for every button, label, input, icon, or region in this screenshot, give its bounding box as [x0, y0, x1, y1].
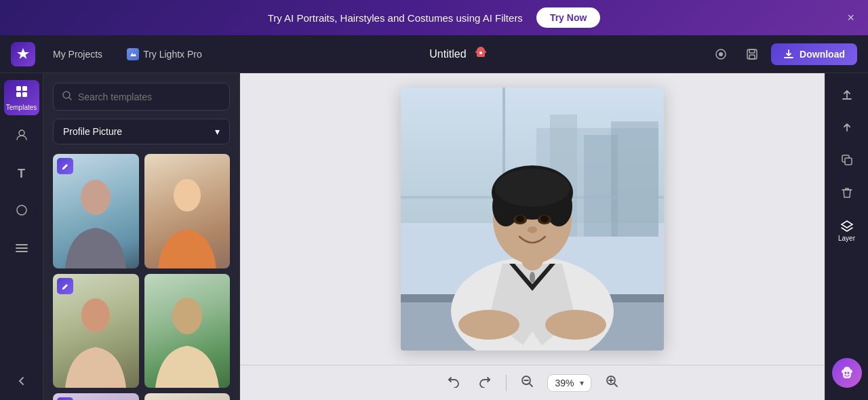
category-dropdown[interactable]: Profile Picture ▾ [53, 119, 230, 144]
undo-button[interactable] [441, 372, 465, 394]
svg-rect-3 [749, 49, 755, 53]
search-input[interactable] [78, 92, 221, 102]
header: My Projects Try Lightx Pro Untitled [0, 35, 868, 73]
svg-point-16 [81, 180, 111, 215]
redo-button[interactable] [473, 372, 498, 394]
media-icon [15, 127, 28, 144]
main-layout: Templates T [0, 73, 868, 400]
lines-icon [15, 243, 28, 257]
top-banner: Try AI Portraits, Hairstyles and Costume… [0, 0, 868, 35]
zoom-dropdown-arrow[interactable]: ▾ [580, 378, 584, 388]
right-upload-button[interactable] [832, 80, 862, 110]
svg-rect-8 [22, 92, 27, 97]
svg-rect-27 [611, 121, 658, 237]
dropdown-arrow-icon: ▾ [215, 126, 220, 137]
save-button[interactable] [740, 42, 764, 66]
svg-point-40 [495, 169, 570, 207]
templates-icon [15, 85, 28, 102]
sidebar-icons: Templates T [0, 73, 43, 400]
svg-line-15 [69, 98, 71, 100]
sidebar-item-lines[interactable] [4, 232, 39, 267]
template-item[interactable] [53, 274, 139, 388]
sidebar-item-shape[interactable] [4, 194, 39, 229]
svg-point-17 [174, 179, 201, 212]
template-item[interactable] [53, 154, 139, 268]
canvas-image [401, 87, 664, 351]
save-status-icon[interactable] [473, 45, 488, 63]
search-box[interactable] [53, 83, 230, 111]
templates-panel: Profile Picture ▾ [43, 73, 240, 400]
svg-point-18 [81, 298, 110, 332]
shape-icon [15, 203, 28, 220]
header-center: Untitled [220, 45, 698, 63]
template-item[interactable] [144, 154, 231, 268]
nav-my-projects[interactable]: My Projects [46, 45, 109, 64]
pro-icon [127, 48, 139, 60]
svg-line-51 [614, 384, 617, 386]
sidebar-item-text[interactable]: T [4, 156, 39, 191]
banner-text: Try AI Portraits, Hairstyles and Costume… [268, 12, 523, 24]
svg-line-48 [530, 384, 532, 386]
layer-label: Layer [838, 235, 855, 242]
svg-rect-4 [749, 55, 755, 59]
sidebar-collapse-button[interactable] [4, 369, 39, 393]
svg-point-10 [17, 205, 26, 215]
ai-brain-button[interactable] [832, 358, 862, 388]
document-title[interactable]: Untitled [429, 48, 466, 60]
bottom-toolbar: 39% ▾ [240, 365, 825, 400]
logo[interactable] [11, 42, 35, 66]
canvas-area[interactable]: 39% ▾ [240, 73, 825, 400]
try-lightx-pro-label: Try Lightx Pro [143, 49, 202, 60]
svg-point-43 [516, 216, 524, 222]
nav-try-lightx-pro[interactable]: Try Lightx Pro [120, 44, 209, 64]
svg-rect-54 [845, 158, 852, 165]
right-move-up-button[interactable] [832, 113, 862, 142]
search-icon [62, 90, 73, 103]
template-item[interactable] [144, 274, 231, 388]
dropdown-value: Profile Picture [63, 126, 122, 137]
sidebar-item-media[interactable] [4, 118, 39, 153]
svg-rect-2 [747, 49, 757, 59]
svg-point-34 [545, 310, 606, 340]
svg-point-55 [844, 372, 846, 374]
templates-label: Templates [6, 104, 37, 111]
download-label: Download [800, 49, 845, 60]
svg-point-1 [719, 52, 723, 56]
preview-button[interactable] [709, 42, 733, 66]
templates-grid [53, 154, 230, 400]
try-now-button[interactable]: Try Now [536, 7, 600, 28]
zoom-in-button[interactable] [599, 372, 624, 394]
banner-close-button[interactable]: × [847, 11, 854, 25]
svg-rect-7 [16, 92, 21, 97]
template-item[interactable] [144, 393, 231, 400]
svg-rect-5 [16, 86, 21, 91]
template-edit-badge [57, 397, 73, 400]
header-actions: Download [709, 42, 857, 66]
toolbar-divider [506, 375, 507, 391]
zoom-control[interactable]: 39% ▾ [547, 374, 591, 392]
svg-rect-6 [22, 86, 27, 91]
svg-point-44 [540, 216, 549, 222]
template-edit-badge [57, 158, 73, 174]
svg-point-46 [530, 272, 535, 283]
svg-point-56 [847, 372, 849, 374]
svg-point-33 [458, 310, 519, 340]
canvas-content [240, 73, 825, 365]
svg-point-9 [19, 130, 24, 136]
zoom-out-button[interactable] [515, 372, 539, 394]
template-item[interactable] [53, 393, 139, 400]
svg-point-19 [172, 298, 202, 334]
text-icon: T [18, 167, 25, 181]
template-edit-badge [57, 278, 73, 294]
zoom-value: 39% [555, 378, 574, 388]
right-layer-button[interactable]: Layer [832, 216, 862, 245]
right-copy-button[interactable] [832, 145, 862, 175]
sidebar-item-templates[interactable]: Templates [4, 80, 39, 115]
right-delete-button[interactable] [832, 178, 862, 207]
right-sidebar: Layer [825, 73, 868, 400]
svg-point-45 [528, 226, 537, 233]
download-button[interactable]: Download [771, 43, 857, 65]
